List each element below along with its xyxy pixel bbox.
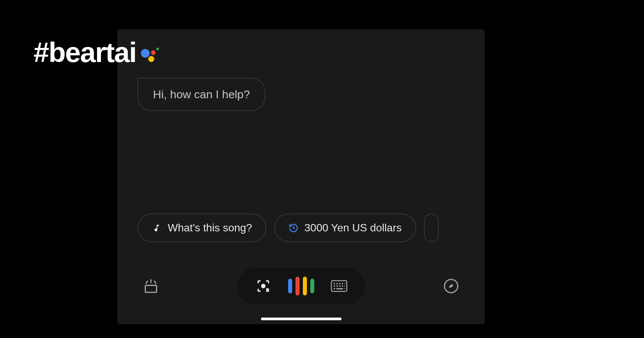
svg-rect-18 — [336, 288, 343, 289]
svg-point-4 — [261, 284, 265, 288]
svg-rect-17 — [334, 288, 335, 289]
keyboard-button[interactable] — [330, 277, 348, 295]
svg-rect-19 — [344, 288, 345, 289]
svg-rect-9 — [339, 283, 340, 284]
voice-bar-icon — [310, 279, 314, 293]
svg-rect-12 — [334, 285, 335, 287]
suggestion-chip-currency[interactable]: 3000 Yen US dollars — [274, 214, 416, 242]
lens-icon — [256, 278, 271, 294]
history-icon — [288, 223, 299, 233]
svg-rect-11 — [344, 283, 345, 284]
svg-line-0 — [146, 281, 147, 283]
lens-button[interactable] — [254, 277, 273, 295]
svg-rect-7 — [334, 283, 335, 284]
voice-bar-icon — [288, 279, 292, 293]
suggestion-chip-more[interactable] — [424, 214, 439, 242]
google-assistant-logo-icon — [141, 45, 161, 63]
svg-line-2 — [154, 281, 156, 283]
svg-point-5 — [266, 288, 268, 290]
voice-input-button[interactable] — [288, 277, 314, 295]
svg-rect-14 — [339, 285, 340, 287]
svg-rect-16 — [344, 285, 345, 287]
compass-icon — [443, 278, 460, 294]
snapshot-icon — [143, 278, 159, 294]
voice-bar-icon — [296, 277, 300, 295]
home-indicator[interactable] — [261, 318, 341, 320]
svg-rect-13 — [336, 285, 338, 287]
svg-rect-8 — [336, 283, 338, 284]
svg-rect-3 — [145, 285, 156, 292]
chip-label: 3000 Yen US dollars — [305, 222, 402, 234]
greeting-text: Hi, how can I help? — [153, 88, 250, 101]
snapshot-button[interactable] — [142, 277, 160, 295]
explore-button[interactable] — [442, 277, 461, 295]
svg-rect-10 — [342, 283, 343, 284]
greeting-bubble: Hi, how can I help? — [138, 78, 265, 111]
suggestion-chip-song[interactable]: What's this song? — [138, 214, 266, 242]
input-pill — [237, 268, 365, 304]
svg-rect-15 — [342, 285, 343, 287]
suggestion-chips-row: What's this song? 3000 Yen US dollars — [138, 214, 485, 242]
music-note-icon — [152, 223, 162, 233]
keyboard-icon — [331, 279, 347, 293]
watermark-logo: #beartai — [34, 36, 136, 69]
assistant-panel: Hi, how can I help? What's this song? 30… — [117, 29, 485, 324]
voice-bar-icon — [303, 277, 307, 295]
bottom-toolbar — [117, 268, 485, 304]
chip-label: What's this song? — [168, 222, 252, 234]
